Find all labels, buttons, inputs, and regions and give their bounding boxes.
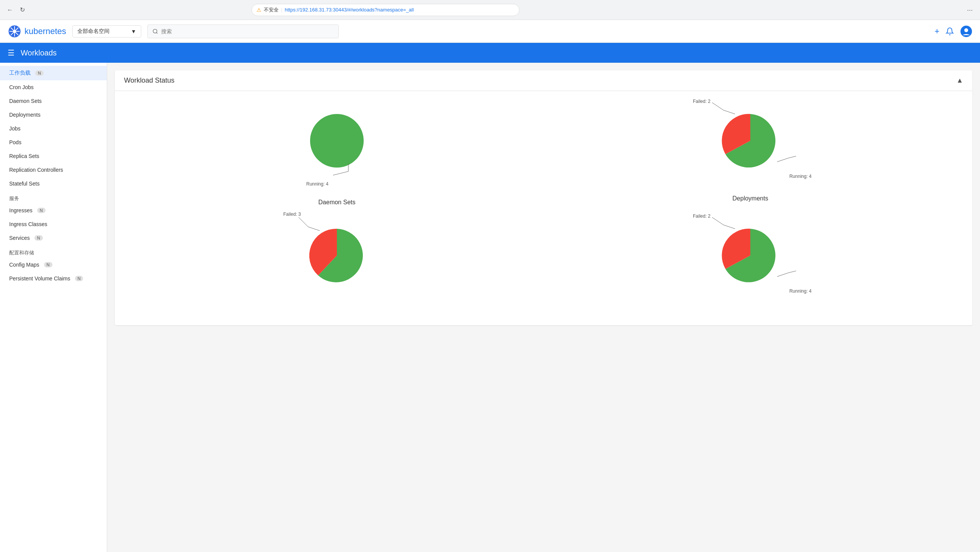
sidebar-item-replica-sets[interactable]: Replica Sets [0,149,107,163]
cron-jobs-label: Cron Jobs [9,84,34,90]
browser-more-button[interactable]: ⋯ [965,5,975,15]
daemon-sets-annotation-line [333,164,356,179]
address-bar[interactable]: ⚠ 不安全 | https://192.168.31.73:30443/#/wo… [252,4,519,16]
services-label: Services [9,235,30,241]
sidebar-item-daemon-sets[interactable]: Daemon Sets [0,94,107,108]
sidebar-item-workloads[interactable]: 工作负载 N [0,66,107,80]
account-icon [960,25,972,37]
services-section-header: 服务 [0,191,107,204]
status-card-header: Workload Status ▲ [115,70,972,91]
pods-label: Pods [9,139,21,145]
page-title: Workloads [21,49,57,57]
deployments-chart-label: Deployments [732,195,768,202]
svg-line-11 [156,32,157,33]
sidebar-item-services[interactable]: Services N [0,231,107,245]
namespace-label: 全部命名空间 [77,28,109,35]
daemon-sets-chart-wrapper: Running: 4 [302,106,371,175]
svg-point-1 [13,29,16,33]
chart-pods: Failed: 3 [138,221,536,310]
workload-status-card: Workload Status ▲ Running: 4 [115,70,972,325]
bell-icon [946,27,954,36]
not-secure-label: 不安全 [264,7,279,13]
daemon-sets-running-text: Running: 4 [306,181,328,187]
pvc-badge: N [75,276,83,281]
deployments-failed-line [712,103,743,122]
charts-grid: Running: 4 Daemon Sets [115,91,972,325]
config-maps-label: Config Maps [9,262,39,268]
replica-sets-failed-line [712,217,743,236]
deployments-failed-annotation: Failed: 2 [693,99,710,104]
pods-chart-wrapper: Failed: 3 [302,221,371,290]
namespace-selector[interactable]: 全部命名空间 ▼ [72,25,141,37]
replication-controllers-label: Replication Controllers [9,167,63,173]
status-card-title: Workload Status [124,77,175,85]
refresh-button[interactable]: ↻ [17,5,28,15]
replica-sets-failed-text: Failed: 2 [693,213,710,219]
sidebar-item-deployments[interactable]: Deployments [0,108,107,122]
sidebar-item-cron-jobs[interactable]: Cron Jobs [0,80,107,94]
account-button[interactable] [960,25,972,37]
sidebar-item-ingress-classes[interactable]: Ingress Classes [0,217,107,231]
sidebar-item-replication-controllers[interactable]: Replication Controllers [0,163,107,177]
daemon-sets-running-annotation: Running: 4 [306,181,328,187]
daemon-sets-label: Daemon Sets [9,98,42,104]
replica-sets-running-line [777,271,796,282]
url-text: https://192.168.31.73:30443/#/workloads?… [285,7,414,13]
sidebar: 工作负载 N Cron Jobs Daemon Sets Deployments… [0,63,107,552]
chevron-down-icon: ▼ [131,28,136,34]
sidebar-item-ingresses[interactable]: Ingresses N [0,204,107,217]
add-button[interactable]: + [934,26,939,36]
main-layout: 工作负载 N Cron Jobs Daemon Sets Deployments… [0,63,980,552]
chart-replica-sets: Failed: 2 Running: 4 [551,221,949,310]
svg-point-14 [310,114,364,168]
content-area: Workload Status ▲ Running: 4 [107,63,980,552]
pods-failed-annotation: Failed: 3 [283,212,301,217]
ingress-classes-label: Ingress Classes [9,221,47,227]
chart-daemon-sets: Running: 4 Daemon Sets [138,106,536,206]
deployments-running-text: Running: 4 [789,174,812,179]
jobs-label: Jobs [9,125,21,132]
deployments-failed-text: Failed: 2 [693,99,710,104]
kubernetes-logo-icon [8,24,21,38]
services-badge: N [34,235,43,241]
replica-sets-failed-annotation: Failed: 2 [693,213,710,219]
replica-sets-running-annotation: Running: 4 [789,288,812,294]
sidebar-item-stateful-sets[interactable]: Stateful Sets [0,177,107,191]
pods-failed-line [299,217,325,236]
browser-action-buttons: ⋯ [965,5,975,15]
browser-chrome: ← ↻ ⚠ 不安全 | https://192.168.31.73:30443/… [0,0,980,20]
deployments-label: Deployments [9,112,41,118]
sidebar-item-pvc[interactable]: Persistent Volume Claims N [0,272,107,285]
sidebar-item-jobs[interactable]: Jobs [0,122,107,135]
config-section-header: 配置和存储 [0,245,107,258]
workloads-badge: N [35,70,44,76]
search-input[interactable] [161,28,334,34]
search-bar[interactable] [147,24,339,38]
workloads-section-label: 工作负载 [9,70,31,77]
app-logo: kubernetes [8,24,66,38]
replica-sets-running-text: Running: 4 [789,288,812,294]
svg-point-13 [964,28,968,32]
ingresses-badge: N [37,208,46,213]
deployments-chart-wrapper: Failed: 2 Running: 4 [716,106,785,175]
ingresses-label: Ingresses [9,207,33,213]
app-header: kubernetes 全部命名空间 ▼ + [0,20,980,43]
replica-sets-label: Replica Sets [9,153,39,159]
config-maps-badge: N [44,262,52,267]
sidebar-item-config-maps[interactable]: Config Maps N [0,258,107,272]
search-icon [152,28,158,34]
collapse-button[interactable]: ▲ [956,77,963,85]
back-button[interactable]: ← [5,5,15,15]
page-header-bar: ☰ Workloads [0,43,980,63]
header-actions: + [934,25,972,37]
notifications-button[interactable] [946,27,954,36]
sidebar-item-pods[interactable]: Pods [0,135,107,149]
app-logo-text: kubernetes [24,26,66,36]
svg-point-10 [153,29,157,33]
deployments-running-annotation: Running: 4 [789,174,812,179]
hamburger-menu-button[interactable]: ☰ [8,48,15,57]
chart-deployments: Failed: 2 Running: 4 [551,106,949,206]
pvc-label: Persistent Volume Claims [9,275,70,282]
browser-nav-buttons: ← ↻ [5,5,28,15]
stateful-sets-label: Stateful Sets [9,181,39,187]
